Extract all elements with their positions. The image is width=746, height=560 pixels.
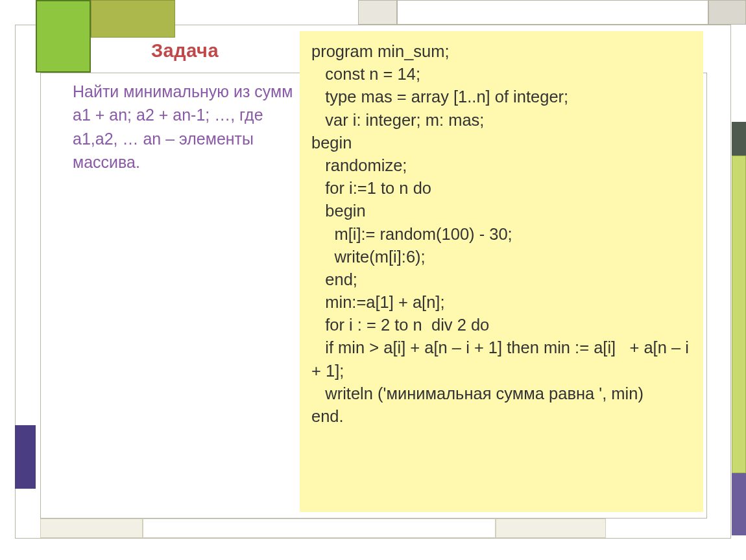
decor-block xyxy=(15,425,36,489)
code-line: begin xyxy=(311,134,352,152)
code-line: type mas = array [1..n] of integer; xyxy=(311,88,568,106)
code-line: randomize; xyxy=(311,156,407,174)
decor-block xyxy=(496,519,606,538)
code-line: for i:=1 to n do xyxy=(311,179,431,197)
task-line: Найти минимальную из сумм xyxy=(73,82,293,100)
code-line: m[i]:= random(100) - 30; xyxy=(311,225,512,243)
decor-block xyxy=(708,0,746,25)
code-block: program min_sum; const n = 14; type mas … xyxy=(311,40,692,428)
code-line: const n = 14; xyxy=(311,65,420,83)
code-line: begin xyxy=(311,202,366,220)
decor-block xyxy=(143,519,496,538)
decor-block xyxy=(358,0,397,25)
code-line: var i: integer; m: mas; xyxy=(311,111,484,129)
task-line: a1 + an; a2 + an-1; …, где a1,a2, … an –… xyxy=(73,106,268,171)
code-line: min:=a[1] + a[n]; xyxy=(311,293,445,311)
decor-block xyxy=(397,0,708,25)
code-line: write(m[i]:6); xyxy=(311,248,426,266)
task-body: Найти минимальную из сумм a1 + an; a2 + … xyxy=(73,80,297,174)
code-line: program min_sum; xyxy=(311,42,450,60)
slide-canvas: program min_sum; const n = 14; type mas … xyxy=(0,0,746,560)
decor-block xyxy=(91,0,175,38)
decor-block xyxy=(40,519,143,538)
task-title: Задача xyxy=(73,40,297,62)
code-line: if min > a[i] + a[n – i + 1] then min :=… xyxy=(311,338,693,379)
code-line: for i : = 2 to n div 2 do xyxy=(311,316,489,334)
decor-block xyxy=(732,473,746,535)
task-panel: Задача Найти минимальную из сумм a1 + an… xyxy=(73,40,297,174)
code-panel: program min_sum; const n = 14; type mas … xyxy=(300,31,703,512)
code-line: end; xyxy=(311,270,357,288)
code-line: writeln ('минимальная сумма равна ', min… xyxy=(311,384,644,402)
decor-block xyxy=(732,122,746,156)
decor-block xyxy=(732,156,746,473)
code-line: end. xyxy=(311,407,344,425)
